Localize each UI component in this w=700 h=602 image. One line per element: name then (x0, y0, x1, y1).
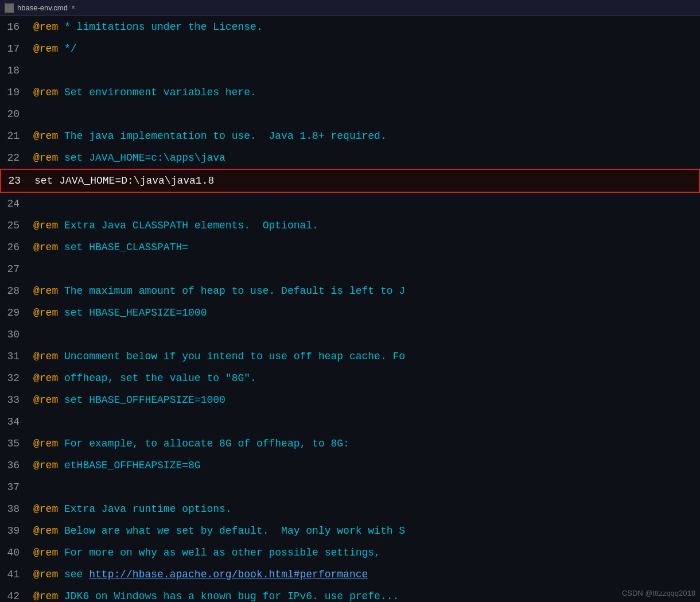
rem-keyword: @rem (33, 152, 58, 164)
line-number: 31 (0, 345, 29, 367)
rem-text: set HBASE_OFFHEAPSIZE=1000 (58, 394, 225, 406)
table-row: 17@rem */ (0, 38, 700, 60)
table-row: 38@rem Extra Java runtime options. (0, 498, 700, 520)
line-number: 30 (0, 324, 29, 345)
line-content: @rem set HBASE_CLASSPATH= (29, 236, 700, 258)
line-content: @rem offheap, set the value to "8G". (29, 367, 700, 389)
rem-keyword: @rem (33, 591, 58, 602)
line-number: 29 (0, 302, 29, 324)
line-number: 18 (0, 60, 29, 81)
line-number: 20 (0, 103, 29, 125)
line-content: @rem Extra Java runtime options. (29, 498, 700, 520)
line-number: 37 (0, 476, 29, 498)
file-icon (5, 3, 14, 13)
line-number: 40 (0, 542, 29, 564)
line-content: @rem Uncomment below if you intend to us… (29, 345, 700, 367)
rem-see-text: see (58, 569, 89, 580)
line-content: @rem set JAVA_HOME=c:\apps\java (29, 147, 700, 169)
table-row: 27 (0, 258, 700, 280)
line-number: 35 (0, 433, 29, 455)
line-number: 42 (0, 585, 29, 602)
line-content: @rem set HBASE_OFFHEAPSIZE=1000 (29, 389, 700, 411)
line-content (29, 324, 700, 345)
code-area: 16@rem * limitations under the License.1… (0, 16, 700, 602)
rem-text: For more on why as well as other possibl… (58, 547, 380, 558)
line-content (29, 103, 700, 125)
rem-keyword: @rem (33, 21, 58, 33)
line-number: 39 (0, 520, 29, 542)
performance-link[interactable]: http://hbase.apache.org/book.html#perfor… (89, 569, 368, 580)
line-number: 17 (0, 38, 29, 60)
line-number: 36 (0, 455, 29, 476)
rem-text: * limitations under the License. (58, 21, 262, 33)
table-row: 21@rem The java implementation to use. J… (0, 125, 700, 147)
table-row: 20 (0, 103, 700, 125)
line-number: 22 (0, 147, 29, 169)
line-content: @rem * limitations under the License. (29, 16, 700, 38)
line-number: 38 (0, 498, 29, 520)
table-row: 42@rem JDK6 on Windows has a known bug f… (0, 585, 700, 602)
rem-keyword: @rem (33, 503, 58, 515)
line-content: @rem The java implementation to use. Jav… (29, 125, 700, 147)
line-number: 28 (0, 280, 29, 302)
line-number: 16 (0, 16, 29, 38)
table-row: 29@rem set HBASE_HEAPSIZE=1000 (0, 302, 700, 324)
line-number: 32 (0, 367, 29, 389)
line-number: 34 (0, 411, 29, 433)
line-content (29, 193, 700, 215)
close-button[interactable]: × (71, 4, 75, 12)
rem-keyword: @rem (33, 460, 58, 471)
table-row: 28@rem The maximum amount of heap to use… (0, 280, 700, 302)
rem-text: The java implementation to use. Java 1.8… (58, 130, 387, 142)
line-content: @rem The maximum amount of heap to use. … (29, 280, 700, 302)
table-row: 31@rem Uncomment below if you intend to … (0, 345, 700, 367)
line-number: 23 (1, 170, 30, 192)
line-number: 27 (0, 258, 29, 280)
line-content: @rem set HBASE_HEAPSIZE=1000 (29, 302, 700, 324)
rem-keyword: @rem (33, 130, 58, 142)
rem-keyword: @rem (33, 438, 58, 449)
table-row: 25@rem Extra Java CLASSPATH elements. Op… (0, 215, 700, 236)
rem-text: Below are what we set by default. May on… (58, 525, 405, 537)
line-content: @rem see http://hbase.apache.org/book.ht… (29, 564, 700, 585)
rem-keyword: @rem (33, 372, 58, 384)
rem-text: set HBASE_CLASSPATH= (58, 242, 188, 253)
line-content: @rem For more on why as well as other po… (29, 542, 700, 564)
table-row: 30 (0, 324, 700, 345)
line-content: @rem */ (29, 38, 700, 60)
line-content: @rem Set environment variables here. (29, 81, 700, 103)
table-row: 16@rem * limitations under the License. (0, 16, 700, 38)
line-content: set JAVA_HOME=D:\java\java1.8 (30, 170, 699, 192)
rem-text: etHBASE_OFFHEAPSIZE=8G (58, 460, 200, 471)
watermark: CSDN @tttzzqqq2018 (622, 589, 695, 597)
table-row: 36@rem etHBASE_OFFHEAPSIZE=8G (0, 455, 700, 476)
line-content (29, 60, 700, 81)
rem-keyword: @rem (33, 394, 58, 406)
rem-text: Uncomment below if you intend to use off… (58, 351, 405, 362)
table-row: 41@rem see http://hbase.apache.org/book.… (0, 564, 700, 585)
set-keyword: set JAVA_HOME=D:\java\java1.8 (34, 175, 214, 187)
table-row: 39@rem Below are what we set by default.… (0, 520, 700, 542)
rem-text: Set environment variables here. (58, 87, 256, 98)
line-content: @rem Extra Java CLASSPATH elements. Opti… (29, 215, 700, 236)
line-number: 33 (0, 389, 29, 411)
rem-text: Extra Java runtime options. (58, 503, 231, 515)
table-row: 18 (0, 60, 700, 81)
rem-text: */ (58, 43, 76, 55)
line-content: @rem etHBASE_OFFHEAPSIZE=8G (29, 455, 700, 476)
rem-keyword: @rem (33, 525, 58, 537)
table-row: 26@rem set HBASE_CLASSPATH= (0, 236, 700, 258)
rem-keyword: @rem (33, 569, 58, 580)
rem-text: set HBASE_HEAPSIZE=1000 (58, 307, 207, 319)
table-row: 23set JAVA_HOME=D:\java\java1.8 (0, 169, 700, 193)
rem-text: The maximum amount of heap to use. Defau… (58, 285, 405, 297)
rem-keyword: @rem (33, 307, 58, 319)
rem-keyword: @rem (33, 547, 58, 558)
rem-keyword: @rem (33, 220, 58, 231)
table-row: 32@rem offheap, set the value to "8G". (0, 367, 700, 389)
line-number: 19 (0, 81, 29, 103)
rem-text: offheap, set the value to "8G". (58, 372, 256, 384)
rem-keyword: @rem (33, 351, 58, 362)
rem-keyword: @rem (33, 242, 58, 253)
filename-label: hbase-env.cmd (17, 3, 68, 12)
